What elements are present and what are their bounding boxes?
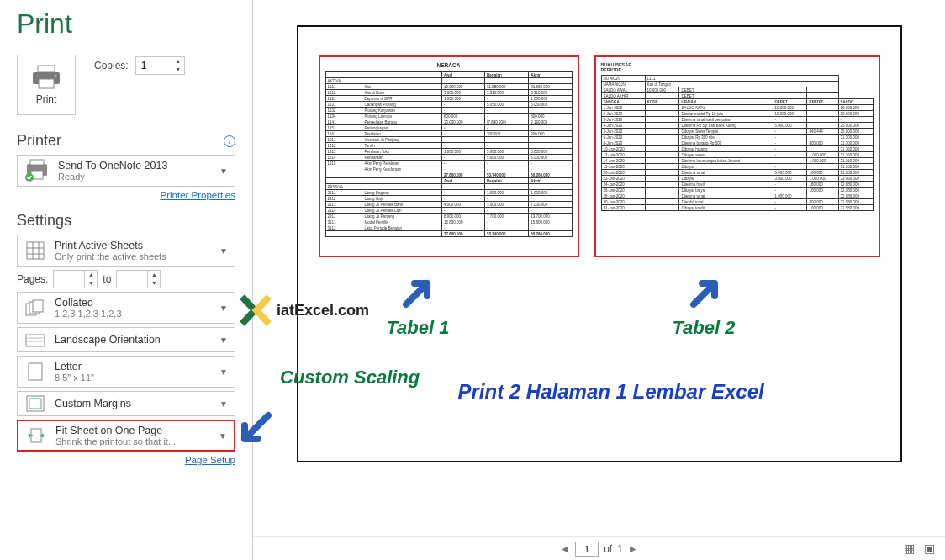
arrow-tabel1-icon xyxy=(398,271,440,313)
printer-icon xyxy=(31,65,61,90)
pager-of-label: of xyxy=(604,543,612,555)
pages-to-input[interactable] xyxy=(117,271,147,288)
pages-from-spinner[interactable]: ▲▼ xyxy=(53,270,98,288)
preview-table-1: NERACA AwalBerjalanAkhir AKTIVA 1111Kas1… xyxy=(319,55,579,257)
preview-table-2: BUKU BESAR PERIODE: NO AKUN1111 NAMA AKU… xyxy=(594,55,880,257)
margins-title: Custom Margins xyxy=(55,398,211,409)
sheets-icon xyxy=(26,241,45,260)
settings-heading: Settings xyxy=(17,212,71,230)
pages-from-down[interactable]: ▼ xyxy=(85,279,97,288)
arrow-tabel2-icon xyxy=(685,271,727,313)
copies-down[interactable]: ▼ xyxy=(172,66,184,74)
printer-status: Ready xyxy=(58,172,211,182)
svg-rect-8 xyxy=(27,242,44,259)
page-setup-link[interactable]: Page Setup xyxy=(17,455,235,465)
pager-current-input[interactable] xyxy=(575,542,599,557)
logo-text: iatExcel.com xyxy=(277,302,369,320)
table1-title: NERACA xyxy=(325,62,573,68)
chevron-down-icon: ▼ xyxy=(219,166,228,176)
setting-scaling[interactable]: Fit Sheet on One Page Shrink the printou… xyxy=(17,420,235,452)
margins-icon xyxy=(26,395,45,412)
copies-input[interactable] xyxy=(136,57,172,74)
svg-point-3 xyxy=(55,75,57,77)
print-button-label: Print xyxy=(36,93,57,105)
copies-spinner[interactable]: ▲ ▼ xyxy=(135,56,185,75)
scaling-sub: Shrink the printout so that it... xyxy=(55,436,210,446)
arrow-scaling-icon xyxy=(235,407,277,449)
chevron-down-icon: ▼ xyxy=(219,399,228,409)
show-margins-icon[interactable]: ▦ xyxy=(904,542,915,555)
chevron-down-icon: ▼ xyxy=(219,431,227,441)
pages-range-row: Pages: ▲▼ to ▲▼ xyxy=(17,270,235,288)
svg-rect-15 xyxy=(33,300,43,312)
tabel2-label: Tabel 2 xyxy=(673,317,736,339)
page-preview: NERACA AwalBerjalanAkhir AKTIVA 1111Kas1… xyxy=(297,25,902,462)
svg-rect-0 xyxy=(38,66,55,72)
custom-scaling-label: Custom Scaling xyxy=(280,367,420,388)
tabel1-label: Tabel 1 xyxy=(387,317,450,339)
pages-from-input[interactable] xyxy=(54,271,84,288)
svg-rect-2 xyxy=(39,79,54,88)
collated-title: Collated xyxy=(55,297,211,309)
orientation-title: Landscape Orientation xyxy=(55,334,211,346)
setting-print-area[interactable]: Print Active Sheets Only print the activ… xyxy=(17,235,235,267)
chevron-down-icon: ▼ xyxy=(219,246,228,256)
pages-to-spinner[interactable]: ▲▼ xyxy=(116,270,161,288)
pager-next[interactable]: ▶ xyxy=(628,544,638,553)
orientation-icon xyxy=(25,332,45,347)
pages-to-down[interactable]: ▼ xyxy=(148,279,160,288)
svg-rect-16 xyxy=(26,335,45,346)
fit-page-icon xyxy=(26,426,46,445)
collated-sub: 1,2,3 1,2,3 1,2,3 xyxy=(55,309,211,319)
pager-total: 1 xyxy=(617,543,623,555)
scaling-title: Fit Sheet on One Page xyxy=(55,425,210,436)
kiatexcel-logo: iatExcel.com xyxy=(238,293,369,328)
active-sheets-title: Print Active Sheets xyxy=(55,240,211,251)
page-title: Print xyxy=(17,8,235,40)
printer-properties-link[interactable]: Printer Properties xyxy=(17,190,235,200)
main-annotation: Print 2 Halaman 1 Lembar Excel xyxy=(458,380,764,404)
chevron-down-icon: ▼ xyxy=(219,335,228,345)
paper-icon xyxy=(28,362,43,381)
copies-up[interactable]: ▲ xyxy=(172,57,184,66)
paper-sub: 8.5" x 11" xyxy=(55,372,211,383)
chevron-down-icon: ▼ xyxy=(219,304,228,313)
preview-area: NERACA AwalBerjalanAkhir AKTIVA 1111Kas1… xyxy=(253,0,945,536)
table2-sub: PERIODE: xyxy=(601,67,874,72)
chevron-down-icon: ▼ xyxy=(219,367,228,377)
print-button[interactable]: Print xyxy=(17,55,76,115)
print-settings-panel: Print Print Copies: ▲ ▼ Printer i xyxy=(0,0,252,560)
svg-rect-5 xyxy=(30,160,44,165)
printer-device-icon xyxy=(24,159,50,182)
excel-logo-icon xyxy=(238,293,273,328)
table1-content: AwalBerjalanAkhir AKTIVA 1111Kas10.000.0… xyxy=(325,71,573,237)
printer-heading: Printer xyxy=(17,132,61,150)
setting-margins[interactable]: Custom Margins ▼ xyxy=(17,391,235,416)
svg-rect-19 xyxy=(29,363,42,380)
collated-icon xyxy=(25,299,45,316)
pages-to-label: to xyxy=(103,273,111,285)
setting-paper-size[interactable]: Letter 8.5" x 11" ▼ xyxy=(17,356,235,388)
copies-control: Copies: ▲ ▼ xyxy=(94,56,185,75)
setting-orientation[interactable]: Landscape Orientation ▼ xyxy=(17,327,235,352)
settings-section-head: Settings xyxy=(17,212,235,230)
pager-prev[interactable]: ◀ xyxy=(560,544,570,553)
pages-from-up[interactable]: ▲ xyxy=(85,271,97,279)
paper-title: Letter xyxy=(55,361,211,372)
zoom-to-page-icon[interactable]: ▣ xyxy=(924,542,935,555)
pages-to-up[interactable]: ▲ xyxy=(148,271,160,279)
preview-panel: NERACA AwalBerjalanAkhir AKTIVA 1111Kas1… xyxy=(253,0,945,560)
svg-point-7 xyxy=(25,173,34,182)
setting-collated[interactable]: Collated 1,2,3 1,2,3 1,2,3 ▼ xyxy=(17,292,235,324)
copies-label: Copies: xyxy=(94,60,129,71)
active-sheets-sub: Only print the active sheets xyxy=(55,251,211,262)
info-icon[interactable]: i xyxy=(224,135,235,147)
printer-selector[interactable]: Send To OneNote 2013 Ready ▼ xyxy=(17,155,235,187)
printer-section-head: Printer i xyxy=(17,132,235,150)
table2-content: NO AKUN1111 NAMA AKUNKas di Tangan SALDO… xyxy=(601,75,874,211)
page-navigator: ◀ of 1 ▶ ▦ ▣ xyxy=(253,536,945,560)
print-action-row: Print Copies: ▲ ▼ xyxy=(17,55,235,115)
pages-label: Pages: xyxy=(17,273,48,285)
printer-name: Send To OneNote 2013 xyxy=(58,160,211,172)
